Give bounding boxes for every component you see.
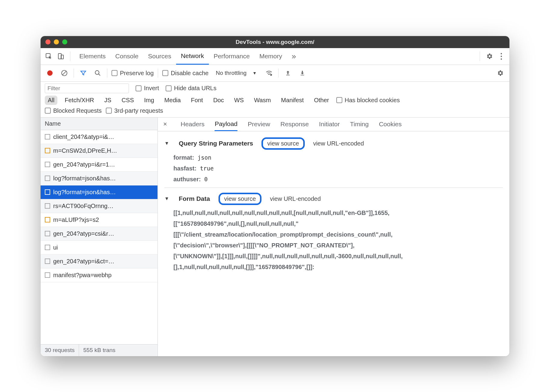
filter-chip-img[interactable]: Img (141, 96, 157, 105)
query-params-section: ▼ Query String Parameters view source vi… (164, 135, 503, 152)
request-list: client_204?&atyp=i&…m=CnSW2d,DPreE,H…gen… (41, 130, 157, 344)
param-key: hasfast: (173, 165, 197, 172)
request-name: manifest?pwa=webhp (53, 272, 112, 279)
param-key: authuser: (173, 176, 201, 182)
download-icon[interactable] (297, 68, 307, 78)
request-row[interactable]: gen_204?atyp=i&r=1… (41, 158, 157, 172)
request-name: m=CnSW2d,DPreE,H… (53, 147, 117, 154)
tab-network[interactable]: Network (176, 48, 209, 65)
third-party-checkbox[interactable]: 3rd-party requests (106, 107, 163, 114)
hide-data-urls-label: Hide data URLs (174, 85, 216, 92)
blocked-requests-label: Blocked Requests (53, 107, 102, 114)
network-settings-icon[interactable] (495, 68, 505, 78)
tab-memory[interactable]: Memory (255, 48, 287, 65)
request-row[interactable]: m=aLUfP?xjs=s2 (41, 213, 157, 227)
detail-tab-response[interactable]: Response (280, 118, 309, 131)
request-row[interactable]: manifest?pwa=webhp (41, 268, 157, 282)
filter-icon[interactable] (78, 68, 88, 78)
query-param: authuser: 0 (173, 174, 503, 185)
view-url-encoded-form-link[interactable]: view URL-encoded (270, 195, 321, 202)
main-area: Name client_204?&atyp=i&…m=CnSW2d,DPreE,… (41, 118, 509, 356)
kebab-menu-icon[interactable]: ⋮ (496, 51, 506, 61)
request-row[interactable]: m=CnSW2d,DPreE,H… (41, 144, 157, 158)
document-file-icon (45, 259, 50, 264)
detail-tab-timing[interactable]: Timing (350, 118, 368, 131)
has-blocked-cookies-checkbox[interactable]: Has blocked cookies (336, 97, 400, 104)
disclosure-triangle-icon[interactable]: ▼ (164, 141, 169, 146)
filter-chip-all[interactable]: All (45, 96, 57, 105)
tab-console[interactable]: Console (111, 48, 143, 65)
form-data-section: ▼ Form Data view source view URL-encoded (164, 190, 503, 207)
request-row[interactable]: gen_204?atyp=csi&r… (41, 227, 157, 241)
detail-tab-payload[interactable]: Payload (215, 118, 237, 131)
device-toolbar-icon[interactable] (56, 51, 66, 61)
request-row[interactable]: rs=ACT90oFqOrnng… (41, 199, 157, 213)
filter-chip-manifest[interactable]: Manifest (278, 96, 307, 105)
hide-data-urls-checkbox[interactable]: Hide data URLs (166, 85, 216, 92)
filter-input[interactable] (45, 84, 129, 93)
request-name: log?format=json&has… (53, 189, 116, 196)
request-row[interactable]: log?format=json&has… (41, 172, 157, 185)
status-request-count: 30 requests (41, 345, 79, 356)
script-file-icon (45, 148, 50, 153)
filter-chip-other[interactable]: Other (311, 96, 332, 105)
view-source-form-link[interactable]: view source (218, 193, 262, 205)
request-name: ui (53, 244, 58, 251)
tab-elements[interactable]: Elements (75, 48, 111, 65)
column-header-name[interactable]: Name (41, 118, 157, 130)
clear-icon[interactable] (59, 68, 69, 78)
document-file-icon (45, 272, 50, 278)
blocked-requests-checkbox[interactable]: Blocked Requests (45, 107, 102, 114)
network-conditions-icon[interactable] (264, 68, 274, 78)
filter-chip-js[interactable]: JS (101, 96, 114, 105)
request-row[interactable]: ui (41, 241, 157, 255)
detail-tab-headers[interactable]: Headers (181, 118, 204, 131)
document-file-icon (45, 203, 50, 209)
filter-chip-media[interactable]: Media (161, 96, 184, 105)
preserve-log-checkbox[interactable]: Preserve log (112, 70, 154, 77)
panel-tabs: ElementsConsoleSourcesNetworkPerformance… (41, 48, 509, 65)
filter-chip-font[interactable]: Font (188, 96, 206, 105)
script-file-icon (45, 217, 50, 222)
filter-chip-fetch-xhr[interactable]: Fetch/XHR (62, 96, 97, 105)
filter-chip-wasm[interactable]: Wasm (251, 96, 274, 105)
form-data-content: [[1,null,null,null,null,null,null,null,n… (164, 207, 503, 272)
disable-cache-checkbox[interactable]: Disable cache (162, 70, 209, 77)
view-source-query-link[interactable]: view source (261, 137, 305, 150)
svg-rect-7 (301, 75, 304, 75)
throttling-select[interactable]: No throttling ▼ (213, 70, 260, 76)
form-data-title: Form Data (179, 195, 210, 202)
document-file-icon (45, 245, 50, 250)
settings-icon[interactable] (484, 51, 494, 61)
close-detail-icon[interactable]: × (163, 120, 170, 128)
query-params-title: Query String Parameters (179, 140, 253, 147)
more-tabs-icon[interactable]: » (289, 51, 299, 61)
invert-checkbox[interactable]: Invert (136, 85, 159, 92)
filter-bar: Invert Hide data URLs AllFetch/XHRJSCSSI… (41, 82, 509, 118)
filter-chip-ws[interactable]: WS (231, 96, 247, 105)
filter-chip-css[interactable]: CSS (118, 96, 137, 105)
record-button[interactable] (45, 68, 55, 78)
request-row[interactable]: log?format=json&has… (41, 185, 157, 199)
filter-chip-doc[interactable]: Doc (210, 96, 227, 105)
request-sidebar: Name client_204?&atyp=i&…m=CnSW2d,DPreE,… (41, 118, 158, 356)
search-icon[interactable] (93, 68, 103, 78)
tab-sources[interactable]: Sources (143, 48, 176, 65)
upload-icon[interactable] (283, 68, 293, 78)
detail-tab-cookies[interactable]: Cookies (379, 118, 402, 131)
view-url-encoded-query-link[interactable]: view URL-encoded (313, 140, 364, 147)
query-param: hasfast: true (173, 163, 503, 174)
detail-tab-initiator[interactable]: Initiator (319, 118, 340, 131)
tab-performance[interactable]: Performance (209, 48, 255, 65)
form-data-line: [\"UNKNOWN\"]],[1]]],null,[]]]]",null,nu… (173, 251, 503, 262)
disclosure-triangle-icon[interactable]: ▼ (164, 196, 169, 201)
form-data-line: [\"decision\",\"browser\"],[[[[\"NO_PROM… (173, 240, 503, 251)
request-row[interactable]: client_204?&atyp=i&… (41, 130, 157, 144)
detail-tab-preview[interactable]: Preview (248, 118, 270, 131)
request-row[interactable]: gen_204?atyp=i&ct=… (41, 255, 157, 268)
chevron-down-icon: ▼ (252, 71, 257, 75)
has-blocked-cookies-label: Has blocked cookies (345, 97, 400, 104)
inspect-element-icon[interactable] (44, 51, 54, 61)
document-file-icon (45, 231, 50, 236)
preserve-log-label: Preserve log (120, 70, 154, 77)
